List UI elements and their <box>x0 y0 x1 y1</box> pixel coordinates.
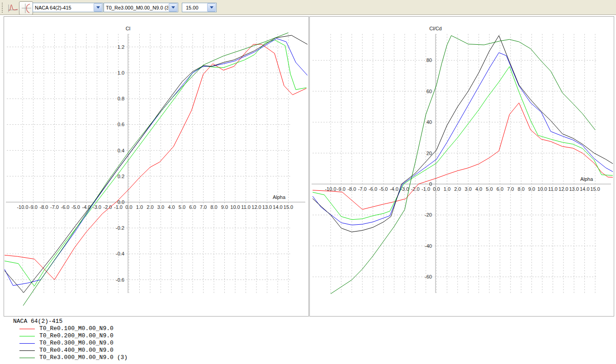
x-tick-label: 10.0 <box>537 186 547 192</box>
legend-airfoil-name: NACA 64(2)-415 <box>13 318 128 325</box>
y-tick-label: 0.8 <box>118 96 124 101</box>
y-axis-title: Cl/Cd <box>429 26 442 31</box>
legend-color-line <box>19 358 35 358</box>
x-tick-label: 14.0 <box>273 204 282 210</box>
x-tick-label: 0.0 <box>433 186 440 192</box>
y-tick-label: 1.0 <box>118 70 124 76</box>
polar-plot-button[interactable] <box>19 1 33 15</box>
y-tick-label: 0.6 <box>118 122 124 127</box>
x-tick-label: 7.0 <box>507 186 514 192</box>
y-tick-label: -0.2 <box>116 225 124 231</box>
x-tick-label: 9.0 <box>221 204 228 210</box>
legend-item-label: T0_Re0.200_M0.00_N9.0 <box>39 332 114 340</box>
y-tick-label: -0.6 <box>116 277 124 283</box>
cl-alpha-chart[interactable]: -10.0-9.0-8.0-7.0-6.0-5.0-4.0-3.0-2.0-1.… <box>4 17 308 315</box>
x-tick-label: 13.0 <box>569 186 578 192</box>
airfoil-combobox[interactable]: NACA 64(2)-415 <box>33 3 103 12</box>
legend-item: T0_Re0.300_M0.00_N9.0 <box>13 340 128 347</box>
series-T0_Re0.100_M0.00_N9.0 <box>5 44 306 280</box>
y-tick-label: 1.2 <box>118 44 124 50</box>
x-tick-label: 15.0 <box>590 186 600 192</box>
x-tick-label: 1.0 <box>136 204 143 210</box>
x-tick-label: 6.0 <box>189 204 196 210</box>
x-tick-label: -1.0 <box>422 186 430 192</box>
x-tick-label: -8.0 <box>347 186 356 192</box>
series-T0_Re0.300_M0.00_N9.0 <box>5 38 308 285</box>
legend-color-line <box>19 329 35 329</box>
x-tick-label: 4.0 <box>168 204 175 210</box>
x-tick-label: 2.0 <box>147 204 153 210</box>
series-T0_Re3.000_M0.00_N9.0 (3) <box>23 33 288 306</box>
series-T0_Re0.200_M0.00_N9.0 <box>5 40 306 286</box>
legend-item: T0_Re0.200_M0.00_N9.0 <box>13 332 128 340</box>
x-tick-label: -8.0 <box>40 204 48 210</box>
series-T0_Re0.300_M0.00_N9.0 <box>313 52 613 225</box>
polar-legend: NACA 64(2)-415 T0_Re0.100_M0.00_N9.0T0_R… <box>13 318 128 361</box>
y-tick-label: -40 <box>425 243 432 249</box>
y-axis-title: Cl <box>126 26 130 31</box>
x-tick-label: 13.0 <box>262 204 272 210</box>
y-tick-label: 0 <box>429 181 432 187</box>
toolbar: NACA 64(2)-415 T0_Re3.000_M0.00_N9.0 (3)… <box>0 0 616 14</box>
x-tick-label: 0.0 <box>125 204 132 210</box>
pressure-plot-button[interactable] <box>5 1 19 15</box>
polar-plot-icon <box>20 2 32 14</box>
x-tick-label: 11.0 <box>241 204 251 210</box>
legend-item-label: T0_Re0.300_M0.00_N9.0 <box>39 340 114 347</box>
cl-alpha-chart-panel: -10.0-9.0-8.0-7.0-6.0-5.0-4.0-3.0-2.0-1.… <box>4 16 309 317</box>
series-T0_Re0.100_M0.00_N9.0 <box>313 103 613 210</box>
legend-item: T0_Re0.400_M0.00_N9.0 <box>13 347 128 354</box>
y-tick-label: 80 <box>426 57 432 63</box>
x-tick-label: 8.0 <box>518 186 525 192</box>
polar-combobox[interactable]: T0_Re3.000_M0.00_N9.0 (3) <box>104 3 178 12</box>
y-tick-label: 0.4 <box>118 148 124 153</box>
y-tick-label: 40 <box>426 119 432 125</box>
x-tick-label: -7.0 <box>358 186 367 192</box>
x-tick-label: 7.0 <box>200 204 207 210</box>
x-tick-label: 11.0 <box>548 186 558 192</box>
x-tick-label: 5.0 <box>179 204 185 210</box>
y-tick-label: 0.0 <box>118 199 124 205</box>
x-tick-label: -6.0 <box>61 204 70 210</box>
x-tick-label: -10.0 <box>17 204 28 210</box>
x-tick-label: -1.0 <box>114 204 123 210</box>
x-tick-label: 8.0 <box>210 204 217 210</box>
x-tick-label: 15.0 <box>284 204 293 210</box>
chevron-down-icon <box>169 3 177 12</box>
toolbar-drag-handle[interactable] <box>1 2 3 13</box>
x-tick-label: -6.0 <box>369 186 377 192</box>
x-tick-label: 14.0 <box>580 186 589 192</box>
graph-client-area: -10.0-9.0-8.0-7.0-6.0-5.0-4.0-3.0-2.0-1.… <box>0 14 616 364</box>
y-tick-label: 20 <box>426 151 432 156</box>
x-tick-label: 3.0 <box>157 204 164 210</box>
airfoil-combobox-value: NACA 64(2)-415 <box>33 5 93 10</box>
x-tick-label: 2.0 <box>454 186 461 192</box>
operating-point-combobox-value: 15.00 <box>182 5 207 10</box>
x-tick-label: 1.0 <box>444 186 450 192</box>
x-tick-label: -7.0 <box>50 204 59 210</box>
x-tick-label: -9.0 <box>337 186 346 192</box>
operating-point-combobox[interactable]: 15.00 <box>182 3 217 12</box>
legend-item-label: T0_Re0.400_M0.00_N9.0 <box>39 347 114 354</box>
legend-item-label: T0_Re3.000_M0.00_N9.0 (3) <box>39 354 128 361</box>
x-tick-label: 4.0 <box>475 186 482 192</box>
y-tick-label: 60 <box>426 89 432 94</box>
clcd-alpha-chart-panel: -10.0-9.0-8.0-7.0-6.0-5.0-4.0-3.0-2.0-1.… <box>309 16 614 317</box>
x-tick-label: 3.0 <box>465 186 472 192</box>
series-T0_Re3.000_M0.00_N9.0 (3) <box>331 36 595 294</box>
y-tick-label: -60 <box>425 274 432 279</box>
polar-combobox-value: T0_Re3.000_M0.00_N9.0 (3) <box>104 5 168 10</box>
x-tick-label: -9.0 <box>29 204 38 210</box>
x-tick-label: 9.0 <box>528 186 535 192</box>
x-axis-title: Alpha <box>580 176 593 182</box>
pressure-plot-icon <box>6 2 18 14</box>
x-tick-label: -3.0 <box>400 186 409 192</box>
y-tick-label: 0.2 <box>118 174 124 179</box>
chevron-down-icon <box>207 3 216 12</box>
legend-color-line <box>19 350 35 351</box>
x-tick-label: -5.0 <box>379 186 388 192</box>
x-tick-label: -4.0 <box>390 186 398 192</box>
clcd-alpha-chart[interactable]: -10.0-9.0-8.0-7.0-6.0-5.0-4.0-3.0-2.0-1.… <box>310 17 613 315</box>
x-axis-title: Alpha <box>273 194 286 200</box>
x-tick-label: 12.0 <box>559 186 568 192</box>
